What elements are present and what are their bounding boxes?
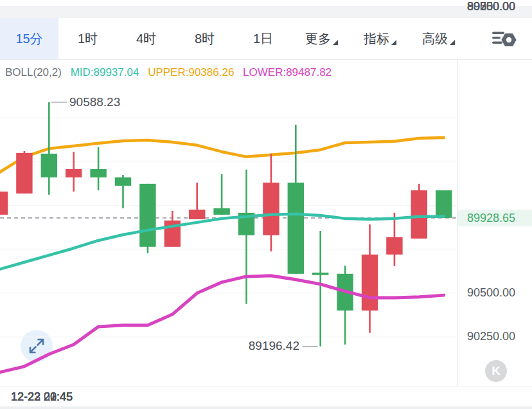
tab-15min[interactable]: 15分 (0, 18, 58, 59)
y-axis-label: 89250.00 (467, 0, 529, 14)
tab-indicators-dropdown[interactable]: 指标 (351, 18, 409, 59)
bottom-strip (0, 406, 532, 409)
y-axis-label: 90500.00 (467, 286, 529, 300)
tab-1day[interactable]: 1日 (234, 18, 292, 59)
tab-advanced-dropdown[interactable]: 高级 (409, 18, 468, 59)
list-gear-icon (491, 29, 517, 48)
tab-more-dropdown[interactable]: 更多 (292, 18, 351, 59)
x-axis-separator (0, 386, 532, 386)
dropdown-corner-triangle-icon (450, 40, 455, 45)
tab-4hour[interactable]: 4时 (117, 18, 175, 59)
brand-watermark: K (485, 360, 507, 382)
boll-indicator-header: BOLL(20,2) MID:89937.04 UPPER:90386.26 L… (5, 66, 337, 79)
indicator-settings-button[interactable] (490, 28, 518, 50)
top-strip (0, 6, 532, 18)
high-price-annotation: 90588.23 (69, 95, 120, 109)
interval-tabbar: 15分 1时 4时 8时 1日 更多 指标 高级 (0, 18, 532, 60)
boll-mid-value: MID:89937.04 (71, 66, 139, 78)
y-axis-label: 90250.00 (467, 330, 529, 343)
x-axis-label: 12-23 00:45 (0, 390, 84, 404)
tab-1hour[interactable]: 1时 (58, 18, 117, 59)
tab-8hour[interactable]: 8时 (175, 18, 234, 59)
kline-chart-page: 15分 1时 4时 8时 1日 更多 指标 高级 BOLL(20,2) MID:… (0, 0, 532, 409)
low-price-annotation: 89196.42 (242, 339, 299, 353)
dropdown-corner-triangle-icon (391, 40, 396, 45)
boll-lower-value: LOWER:89487.82 (243, 66, 332, 78)
dropdown-corner-triangle-icon (333, 40, 338, 45)
boll-title: BOLL(20,2) (5, 66, 62, 78)
current-price-tag: 89928.65 (458, 210, 532, 226)
boll-upper-value: UPPER:90386.26 (148, 66, 234, 78)
